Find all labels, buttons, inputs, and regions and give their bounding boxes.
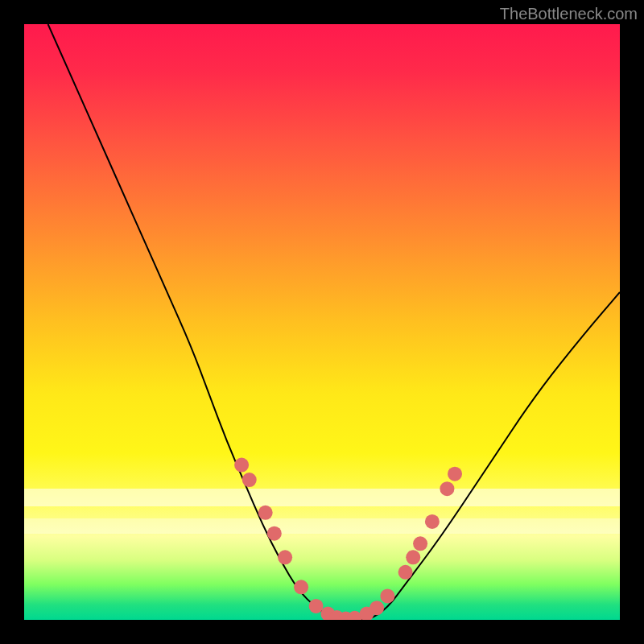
curve-marker (398, 565, 413, 580)
curve-marker (380, 588, 394, 603)
watermark-text: TheBottleneck.com (500, 5, 638, 23)
curve-marker (309, 599, 324, 613)
marker-group (234, 458, 462, 620)
curve-marker (425, 514, 440, 529)
curve-marker (267, 526, 282, 541)
curve-marker (369, 601, 384, 615)
plot-area (24, 24, 620, 620)
curve-marker (440, 481, 454, 496)
bottleneck-curve (48, 24, 620, 620)
curve-marker (234, 458, 249, 473)
curve-marker (242, 473, 257, 487)
curve-marker (258, 506, 273, 520)
chart-container: TheBottleneck.com (0, 0, 644, 644)
curve-marker (448, 467, 462, 481)
curve-marker (406, 550, 420, 564)
curve-marker (278, 550, 292, 564)
curve-marker (294, 580, 308, 594)
curve-marker (413, 536, 427, 551)
curve-svg (24, 24, 620, 620)
